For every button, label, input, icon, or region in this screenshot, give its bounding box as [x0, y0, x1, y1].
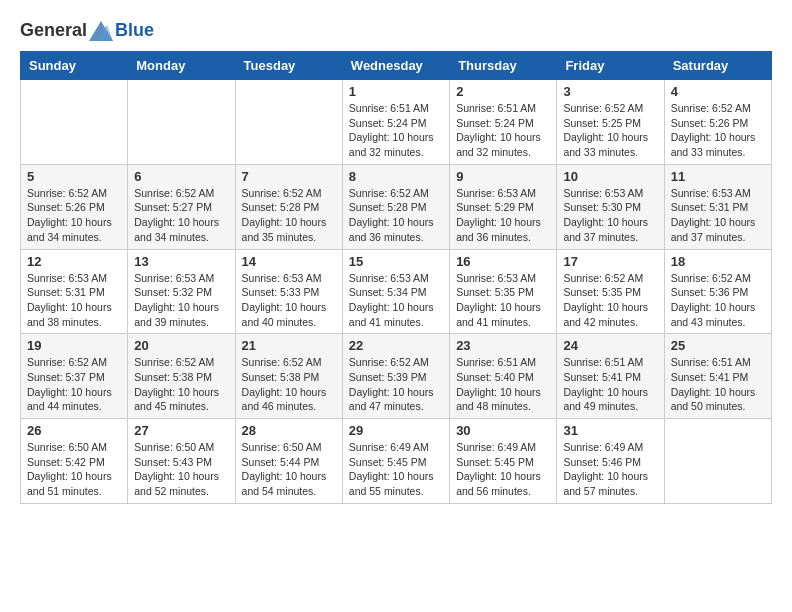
calendar-cell: 13Sunrise: 6:53 AM Sunset: 5:32 PM Dayli…	[128, 249, 235, 334]
day-number: 31	[563, 423, 657, 438]
calendar-cell: 24Sunrise: 6:51 AM Sunset: 5:41 PM Dayli…	[557, 334, 664, 419]
day-info: Sunrise: 6:52 AM Sunset: 5:25 PM Dayligh…	[563, 101, 657, 160]
calendar-cell	[664, 419, 771, 504]
calendar-cell: 9Sunrise: 6:53 AM Sunset: 5:29 PM Daylig…	[450, 164, 557, 249]
day-info: Sunrise: 6:52 AM Sunset: 5:35 PM Dayligh…	[563, 271, 657, 330]
calendar-cell: 18Sunrise: 6:52 AM Sunset: 5:36 PM Dayli…	[664, 249, 771, 334]
day-info: Sunrise: 6:52 AM Sunset: 5:37 PM Dayligh…	[27, 355, 121, 414]
calendar-cell: 15Sunrise: 6:53 AM Sunset: 5:34 PM Dayli…	[342, 249, 449, 334]
day-info: Sunrise: 6:53 AM Sunset: 5:33 PM Dayligh…	[242, 271, 336, 330]
day-info: Sunrise: 6:50 AM Sunset: 5:43 PM Dayligh…	[134, 440, 228, 499]
calendar-cell: 26Sunrise: 6:50 AM Sunset: 5:42 PM Dayli…	[21, 419, 128, 504]
day-number: 8	[349, 169, 443, 184]
weekday-header-tuesday: Tuesday	[235, 52, 342, 80]
day-info: Sunrise: 6:51 AM Sunset: 5:24 PM Dayligh…	[456, 101, 550, 160]
calendar-cell	[128, 80, 235, 165]
weekday-header-row: SundayMondayTuesdayWednesdayThursdayFrid…	[21, 52, 772, 80]
calendar-cell: 2Sunrise: 6:51 AM Sunset: 5:24 PM Daylig…	[450, 80, 557, 165]
calendar-week-row: 12Sunrise: 6:53 AM Sunset: 5:31 PM Dayli…	[21, 249, 772, 334]
calendar-cell: 19Sunrise: 6:52 AM Sunset: 5:37 PM Dayli…	[21, 334, 128, 419]
logo-icon	[89, 21, 113, 41]
calendar-week-row: 26Sunrise: 6:50 AM Sunset: 5:42 PM Dayli…	[21, 419, 772, 504]
day-number: 6	[134, 169, 228, 184]
weekday-header-sunday: Sunday	[21, 52, 128, 80]
calendar-cell: 1Sunrise: 6:51 AM Sunset: 5:24 PM Daylig…	[342, 80, 449, 165]
day-info: Sunrise: 6:52 AM Sunset: 5:38 PM Dayligh…	[134, 355, 228, 414]
day-number: 20	[134, 338, 228, 353]
day-info: Sunrise: 6:52 AM Sunset: 5:39 PM Dayligh…	[349, 355, 443, 414]
calendar-cell: 17Sunrise: 6:52 AM Sunset: 5:35 PM Dayli…	[557, 249, 664, 334]
weekday-header-saturday: Saturday	[664, 52, 771, 80]
day-info: Sunrise: 6:53 AM Sunset: 5:35 PM Dayligh…	[456, 271, 550, 330]
day-number: 9	[456, 169, 550, 184]
day-number: 19	[27, 338, 121, 353]
weekday-header-monday: Monday	[128, 52, 235, 80]
day-info: Sunrise: 6:51 AM Sunset: 5:24 PM Dayligh…	[349, 101, 443, 160]
day-number: 24	[563, 338, 657, 353]
calendar-cell: 16Sunrise: 6:53 AM Sunset: 5:35 PM Dayli…	[450, 249, 557, 334]
logo-blue: Blue	[115, 20, 154, 41]
day-number: 22	[349, 338, 443, 353]
day-number: 7	[242, 169, 336, 184]
day-info: Sunrise: 6:52 AM Sunset: 5:28 PM Dayligh…	[242, 186, 336, 245]
day-number: 29	[349, 423, 443, 438]
day-number: 12	[27, 254, 121, 269]
logo: General Blue	[20, 20, 154, 41]
calendar-cell: 3Sunrise: 6:52 AM Sunset: 5:25 PM Daylig…	[557, 80, 664, 165]
day-info: Sunrise: 6:53 AM Sunset: 5:32 PM Dayligh…	[134, 271, 228, 330]
day-number: 25	[671, 338, 765, 353]
calendar-cell: 11Sunrise: 6:53 AM Sunset: 5:31 PM Dayli…	[664, 164, 771, 249]
day-number: 26	[27, 423, 121, 438]
calendar-cell: 20Sunrise: 6:52 AM Sunset: 5:38 PM Dayli…	[128, 334, 235, 419]
day-info: Sunrise: 6:53 AM Sunset: 5:31 PM Dayligh…	[671, 186, 765, 245]
day-info: Sunrise: 6:53 AM Sunset: 5:34 PM Dayligh…	[349, 271, 443, 330]
calendar-cell: 27Sunrise: 6:50 AM Sunset: 5:43 PM Dayli…	[128, 419, 235, 504]
day-info: Sunrise: 6:52 AM Sunset: 5:38 PM Dayligh…	[242, 355, 336, 414]
day-number: 5	[27, 169, 121, 184]
day-number: 28	[242, 423, 336, 438]
calendar-cell: 21Sunrise: 6:52 AM Sunset: 5:38 PM Dayli…	[235, 334, 342, 419]
calendar-cell: 8Sunrise: 6:52 AM Sunset: 5:28 PM Daylig…	[342, 164, 449, 249]
calendar-table: SundayMondayTuesdayWednesdayThursdayFrid…	[20, 51, 772, 504]
day-info: Sunrise: 6:52 AM Sunset: 5:36 PM Dayligh…	[671, 271, 765, 330]
calendar-cell: 4Sunrise: 6:52 AM Sunset: 5:26 PM Daylig…	[664, 80, 771, 165]
calendar-cell: 12Sunrise: 6:53 AM Sunset: 5:31 PM Dayli…	[21, 249, 128, 334]
day-number: 23	[456, 338, 550, 353]
day-number: 21	[242, 338, 336, 353]
day-info: Sunrise: 6:53 AM Sunset: 5:29 PM Dayligh…	[456, 186, 550, 245]
day-info: Sunrise: 6:52 AM Sunset: 5:26 PM Dayligh…	[671, 101, 765, 160]
calendar-week-row: 19Sunrise: 6:52 AM Sunset: 5:37 PM Dayli…	[21, 334, 772, 419]
calendar-cell: 6Sunrise: 6:52 AM Sunset: 5:27 PM Daylig…	[128, 164, 235, 249]
day-number: 11	[671, 169, 765, 184]
day-number: 17	[563, 254, 657, 269]
day-info: Sunrise: 6:52 AM Sunset: 5:27 PM Dayligh…	[134, 186, 228, 245]
day-number: 4	[671, 84, 765, 99]
weekday-header-friday: Friday	[557, 52, 664, 80]
calendar-week-row: 1Sunrise: 6:51 AM Sunset: 5:24 PM Daylig…	[21, 80, 772, 165]
calendar-cell: 28Sunrise: 6:50 AM Sunset: 5:44 PM Dayli…	[235, 419, 342, 504]
day-info: Sunrise: 6:52 AM Sunset: 5:26 PM Dayligh…	[27, 186, 121, 245]
calendar-cell: 29Sunrise: 6:49 AM Sunset: 5:45 PM Dayli…	[342, 419, 449, 504]
day-number: 3	[563, 84, 657, 99]
weekday-header-wednesday: Wednesday	[342, 52, 449, 80]
day-info: Sunrise: 6:49 AM Sunset: 5:45 PM Dayligh…	[456, 440, 550, 499]
calendar-cell: 7Sunrise: 6:52 AM Sunset: 5:28 PM Daylig…	[235, 164, 342, 249]
day-number: 13	[134, 254, 228, 269]
day-number: 27	[134, 423, 228, 438]
calendar-cell	[21, 80, 128, 165]
day-number: 1	[349, 84, 443, 99]
day-number: 2	[456, 84, 550, 99]
day-number: 16	[456, 254, 550, 269]
day-number: 14	[242, 254, 336, 269]
day-number: 10	[563, 169, 657, 184]
day-info: Sunrise: 6:51 AM Sunset: 5:41 PM Dayligh…	[671, 355, 765, 414]
day-info: Sunrise: 6:51 AM Sunset: 5:40 PM Dayligh…	[456, 355, 550, 414]
calendar-cell: 23Sunrise: 6:51 AM Sunset: 5:40 PM Dayli…	[450, 334, 557, 419]
day-info: Sunrise: 6:51 AM Sunset: 5:41 PM Dayligh…	[563, 355, 657, 414]
day-info: Sunrise: 6:49 AM Sunset: 5:45 PM Dayligh…	[349, 440, 443, 499]
calendar-cell: 25Sunrise: 6:51 AM Sunset: 5:41 PM Dayli…	[664, 334, 771, 419]
day-info: Sunrise: 6:53 AM Sunset: 5:31 PM Dayligh…	[27, 271, 121, 330]
logo-general: General	[20, 20, 87, 41]
calendar-cell: 5Sunrise: 6:52 AM Sunset: 5:26 PM Daylig…	[21, 164, 128, 249]
day-info: Sunrise: 6:49 AM Sunset: 5:46 PM Dayligh…	[563, 440, 657, 499]
